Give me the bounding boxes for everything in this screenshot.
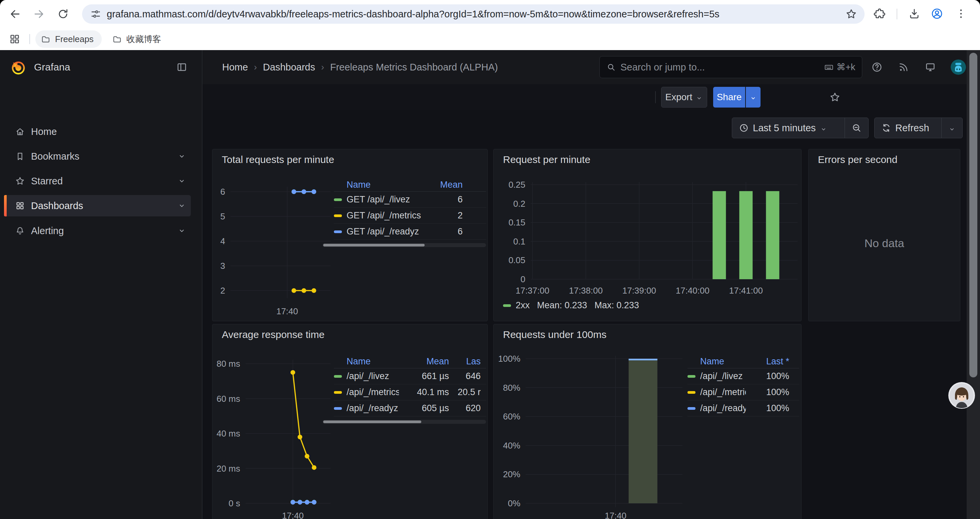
browser-window: grafana.mathmast.com/d/deytv4rwavabkb/fr…	[0, 0, 980, 519]
sidebar-item-alerting[interactable]: Alerting	[4, 220, 191, 241]
svg-text:0.15: 0.15	[508, 217, 525, 227]
bookmark-folder-blogs[interactable]: 收藏博客	[107, 30, 169, 48]
back-icon[interactable]	[9, 8, 21, 21]
legend-row[interactable]: /api/_/livez661 µs646	[334, 368, 486, 385]
url-bar[interactable]: grafana.mathmast.com/d/deytv4rwavabkb/fr…	[82, 4, 865, 24]
svg-text:0: 0	[521, 274, 525, 284]
chart-requests-under-100ms[interactable]: 100%80%60%40%20%0%17:40	[494, 324, 802, 519]
breadcrumb-current: Freeleaps Metrics Dashboard (ALPHA)	[330, 62, 498, 73]
legend-row[interactable]: /api/_/readyz100%	[687, 401, 799, 417]
refresh-button[interactable]: Refresh	[875, 118, 941, 138]
legend-row[interactable]: /api/_/readyz605 µs620	[334, 401, 486, 417]
panel-title[interactable]: Errors per second	[818, 154, 897, 165]
actions-divider	[655, 91, 656, 103]
time-range-picker[interactable]: Last 5 minutes	[732, 118, 845, 138]
sidebar-item-home[interactable]: Home	[4, 121, 191, 142]
share-menu-button[interactable]	[746, 87, 760, 107]
site-settings-icon[interactable]	[90, 8, 102, 20]
refresh-controls: Refresh	[874, 118, 963, 138]
chevron-down-icon[interactable]	[177, 201, 186, 210]
panel-requests-under-100ms: Requests under 100ms 100%80%60%40%20%0%1…	[493, 324, 802, 519]
svg-text:5: 5	[221, 211, 225, 222]
legend-inline[interactable]: 2xx Mean: 0.233 Max: 0.233	[503, 300, 639, 311]
browser-menu-icon[interactable]	[955, 7, 967, 20]
breadcrumb-dashboards[interactable]: Dashboards	[263, 62, 315, 73]
series-swatch	[334, 375, 342, 378]
sidebar-item-bookmarks[interactable]: Bookmarks	[4, 145, 191, 167]
folder-icon	[41, 34, 51, 44]
grafana-logo[interactable]	[10, 58, 27, 76]
user-avatar[interactable]	[951, 59, 966, 75]
downloads-icon[interactable]	[908, 7, 921, 20]
sidebar-item-dashboards[interactable]: Dashboards	[4, 195, 191, 216]
legend-row[interactable]: /api/_/metrics40.1 ms20.5 r	[334, 385, 486, 401]
clock-icon	[739, 123, 749, 133]
panel-request-per-minute: Request per minute 00.050.10.150.20.2517…	[493, 149, 802, 321]
chevron-down-icon	[948, 124, 956, 132]
chevron-down-icon[interactable]	[177, 152, 186, 161]
breadcrumb: Home › Dashboards › Freeleaps Metrics Da…	[222, 50, 498, 84]
chevron-down-icon[interactable]	[177, 177, 186, 185]
extensions-icon[interactable]	[873, 7, 886, 20]
apps-grid-icon[interactable]	[9, 33, 21, 45]
svg-text:40 ms: 40 ms	[216, 428, 240, 439]
legend-scrollbar[interactable]	[323, 420, 486, 424]
legend-row[interactable]: GET /api/_/livez6	[334, 192, 486, 208]
series-swatch	[503, 304, 511, 307]
chevron-down-icon[interactable]	[177, 227, 186, 235]
svg-text:20%: 20%	[503, 469, 520, 479]
search-placeholder: Search or jump to...	[620, 62, 824, 73]
assistant-avatar[interactable]	[948, 382, 975, 409]
dashboards-grid-icon	[15, 201, 25, 211]
svg-text:60%: 60%	[503, 412, 520, 422]
svg-text:0.25: 0.25	[508, 180, 525, 190]
legend-header: NameMean	[334, 178, 486, 192]
chevron-down-icon	[749, 94, 757, 101]
svg-text:0%: 0%	[508, 498, 520, 508]
rss-icon[interactable]	[898, 61, 909, 73]
monitor-icon[interactable]	[924, 61, 936, 73]
legend-max: Max: 0.233	[594, 300, 639, 311]
share-button[interactable]: Share	[713, 87, 745, 107]
refresh-icon	[881, 123, 891, 133]
search-input[interactable]: Search or jump to... ⌘+k	[600, 56, 862, 78]
favorite-star-icon[interactable]	[829, 91, 841, 103]
breadcrumb-home[interactable]: Home	[222, 62, 248, 73]
no-data-message: No data	[808, 237, 960, 250]
bookmark-star-icon[interactable]	[845, 8, 857, 20]
bookmark-icon	[15, 151, 25, 161]
svg-text:17:40: 17:40	[282, 511, 304, 519]
breadcrumb-separator: ›	[254, 62, 257, 72]
grafana-brand[interactable]: Grafana	[34, 50, 70, 84]
series-swatch	[334, 407, 342, 410]
grafana-app: Grafana Home › Dashboards › Freeleaps Me…	[0, 50, 980, 519]
profile-icon[interactable]	[931, 7, 943, 20]
legend-row[interactable]: GET /api/_/metrics2	[334, 208, 486, 224]
refresh-interval-button[interactable]	[941, 118, 963, 138]
svg-text:17:39:00: 17:39:00	[622, 286, 656, 295]
bookmark-folder-freeleaps[interactable]: Freeleaps	[35, 30, 102, 48]
reload-icon[interactable]	[57, 8, 69, 21]
chart-request-per-minute[interactable]: 00.050.10.150.20.2517:37:0017:38:0017:39…	[494, 149, 802, 321]
svg-text:0.2: 0.2	[513, 199, 525, 209]
legend-row[interactable]: /api/_/metrics100%	[687, 385, 799, 401]
sidebar-item-starred[interactable]: Starred	[4, 170, 191, 192]
series-swatch	[687, 391, 695, 394]
legend-row[interactable]: /api/_/livez100%	[687, 368, 799, 385]
zoom-out-button[interactable]	[845, 118, 868, 138]
svg-text:17:40: 17:40	[276, 306, 298, 316]
svg-text:17:38:00: 17:38:00	[569, 286, 603, 295]
bookmarks-bar: Freeleaps 收藏博客	[0, 28, 980, 50]
legend-row[interactable]: GET /api/_/readyz6	[334, 224, 486, 240]
export-button[interactable]: Export	[661, 87, 707, 107]
series-swatch	[334, 214, 342, 217]
legend-mean: Mean: 0.233	[537, 300, 587, 311]
bookmarks-divider	[29, 34, 30, 44]
sidebar-divider	[202, 50, 202, 519]
help-icon[interactable]	[871, 61, 883, 73]
legend-scrollbar[interactable]	[323, 243, 486, 247]
page-scrollbar-track[interactable]	[967, 50, 980, 519]
dock-menu-icon[interactable]	[176, 61, 188, 73]
forward-icon[interactable]	[33, 8, 45, 21]
page-scrollbar-thumb[interactable]	[969, 53, 977, 377]
